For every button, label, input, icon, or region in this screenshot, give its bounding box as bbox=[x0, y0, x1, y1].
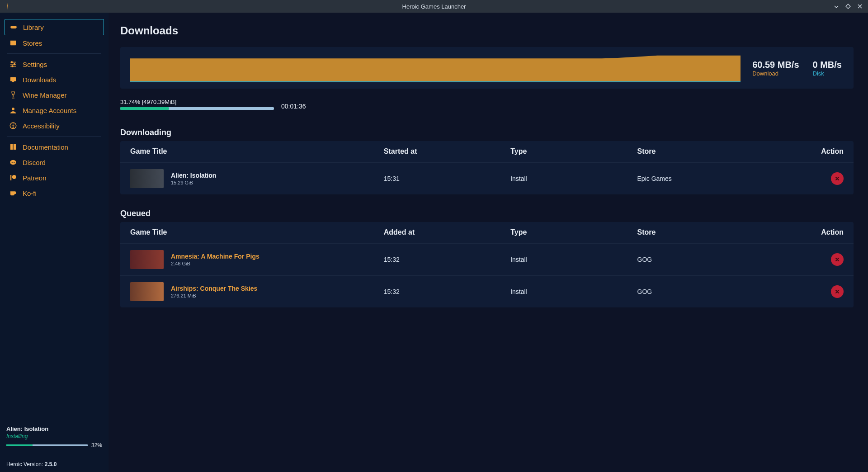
svg-point-11 bbox=[12, 108, 14, 110]
col-action: Action bbox=[789, 147, 844, 156]
col-game-title: Game Title bbox=[130, 228, 384, 236]
game-thumbnail bbox=[130, 250, 164, 269]
table-row[interactable]: Airships: Conquer The Skies276.21 MiB15:… bbox=[120, 275, 854, 307]
row-store: GOG bbox=[637, 256, 789, 263]
sidebar-item-label: Manage Accounts bbox=[23, 107, 76, 114]
svg-rect-0 bbox=[10, 26, 17, 28]
sidebar-item-manage-accounts[interactable]: Manage Accounts bbox=[5, 103, 104, 118]
store-icon bbox=[9, 39, 17, 47]
sidebar-item-settings[interactable]: Settings bbox=[5, 57, 104, 72]
row-type: Install bbox=[510, 288, 637, 295]
svg-rect-1 bbox=[10, 41, 16, 45]
table-row[interactable]: Alien: Isolation15.29 GiB15:31InstallEpi… bbox=[120, 162, 854, 194]
discord-icon bbox=[9, 158, 17, 166]
stat-disk: 0 MB/s Disk bbox=[813, 60, 842, 77]
sidebar: Library Stores Settings Downloads Wine M… bbox=[0, 13, 108, 472]
svg-point-14 bbox=[10, 160, 16, 165]
sidebar-item-label: Discord bbox=[23, 159, 46, 166]
sidebar-item-patreon[interactable]: Patreon bbox=[5, 170, 104, 185]
row-time: 15:32 bbox=[384, 256, 510, 263]
svg-point-16 bbox=[14, 162, 14, 163]
disk-speed-label: Disk bbox=[813, 70, 842, 77]
sidebar-footer: Alien: Isolation Installing 32% Heroic V… bbox=[0, 420, 108, 472]
col-store: Store bbox=[637, 228, 789, 236]
book-icon bbox=[9, 143, 17, 151]
close-icon[interactable] bbox=[857, 4, 863, 9]
sidebar-item-label: Stores bbox=[23, 39, 42, 47]
game-name: Amnesia: A Machine For Pigs bbox=[171, 253, 259, 260]
row-store: GOG bbox=[637, 288, 789, 295]
svg-point-7 bbox=[14, 64, 15, 65]
disk-speed-value: 0 MB/s bbox=[813, 60, 842, 70]
section-title-downloading: Downloading bbox=[120, 128, 854, 137]
svg-point-6 bbox=[11, 61, 13, 63]
download-speed-label: Download bbox=[752, 70, 799, 77]
wine-icon bbox=[9, 91, 17, 99]
gamepad-icon bbox=[9, 23, 18, 31]
user-icon bbox=[9, 106, 17, 114]
svg-point-15 bbox=[12, 162, 13, 163]
svg-rect-20 bbox=[130, 250, 164, 269]
footer-game-name[interactable]: Alien: Isolation bbox=[6, 425, 102, 432]
table-row[interactable]: Amnesia: A Machine For Pigs2.46 GiB15:32… bbox=[120, 243, 854, 275]
sidebar-item-accessibility[interactable]: Accessibility bbox=[5, 118, 104, 133]
progress-bar-fill bbox=[120, 107, 169, 110]
sidebar-item-library[interactable]: Library bbox=[5, 19, 104, 35]
sidebar-item-documentation[interactable]: Documentation bbox=[5, 139, 104, 155]
stat-download: 60.59 MB/s Download bbox=[752, 60, 799, 77]
app-icon bbox=[4, 2, 12, 10]
sidebar-item-discord[interactable]: Discord bbox=[5, 155, 104, 170]
titlebar: Heroic Games Launcher bbox=[0, 0, 868, 13]
svg-rect-19 bbox=[130, 169, 164, 188]
main-content: Downloads 60.59 MB/s Download 0 MB/s Dis… bbox=[108, 13, 868, 472]
sidebar-item-label: Accessibility bbox=[23, 122, 60, 130]
col-type: Type bbox=[510, 228, 637, 236]
row-action bbox=[789, 172, 844, 185]
col-started-at: Started at bbox=[384, 147, 510, 156]
svg-rect-9 bbox=[10, 77, 16, 81]
game-thumbnail bbox=[130, 282, 164, 301]
svg-rect-17 bbox=[10, 175, 11, 180]
footer-install-status: Installing bbox=[6, 433, 102, 439]
cancel-button[interactable] bbox=[831, 253, 844, 266]
progress-text: 31.74% [4970.39MiB] bbox=[120, 99, 274, 105]
game-cell: Airships: Conquer The Skies276.21 MiB bbox=[130, 282, 384, 301]
sidebar-item-downloads[interactable]: Downloads bbox=[5, 72, 104, 87]
footer-progress-percent: 32% bbox=[91, 442, 102, 448]
queued-header: Game Title Added at Type Store Action bbox=[120, 222, 854, 243]
queued-table: Game Title Added at Type Store Action Am… bbox=[120, 222, 854, 307]
game-name: Alien: Isolation bbox=[171, 172, 216, 179]
cancel-button[interactable] bbox=[831, 172, 844, 185]
cancel-button[interactable] bbox=[831, 285, 844, 298]
sidebar-item-kofi[interactable]: Ko-fi bbox=[5, 185, 104, 201]
game-size: 15.29 GiB bbox=[171, 180, 216, 185]
game-cell: Amnesia: A Machine For Pigs2.46 GiB bbox=[130, 250, 384, 269]
sidebar-item-wine-manager[interactable]: Wine Manager bbox=[5, 87, 104, 103]
svg-rect-2 bbox=[10, 41, 16, 42]
row-type: Install bbox=[510, 175, 637, 182]
game-name: Airships: Conquer The Skies bbox=[171, 285, 257, 292]
maximize-icon[interactable] bbox=[845, 4, 851, 9]
sidebar-item-label: Settings bbox=[23, 61, 47, 68]
row-time: 15:32 bbox=[384, 288, 510, 295]
col-game-title: Game Title bbox=[130, 147, 384, 156]
speed-panel: 60.59 MB/s Download 0 MB/s Disk bbox=[120, 47, 854, 89]
sliders-icon bbox=[9, 60, 17, 68]
svg-point-18 bbox=[12, 175, 16, 179]
col-added-at: Added at bbox=[384, 228, 510, 236]
downloading-table: Game Title Started at Type Store Action … bbox=[120, 141, 854, 194]
col-action: Action bbox=[789, 228, 844, 236]
sidebar-item-label: Library bbox=[23, 24, 44, 31]
download-icon bbox=[9, 76, 17, 84]
speed-stats: 60.59 MB/s Download 0 MB/s Disk bbox=[752, 54, 844, 82]
row-store: Epic Games bbox=[637, 175, 789, 182]
overall-progress: 31.74% [4970.39MiB] 00:01:36 bbox=[120, 99, 854, 110]
sidebar-item-label: Documentation bbox=[23, 143, 68, 151]
sidebar-item-label: Wine Manager bbox=[23, 91, 67, 99]
sidebar-item-stores[interactable]: Stores bbox=[5, 35, 104, 51]
game-thumbnail bbox=[130, 169, 164, 188]
svg-point-13 bbox=[13, 123, 14, 124]
game-size: 2.46 GiB bbox=[171, 261, 259, 266]
svg-point-8 bbox=[12, 66, 13, 67]
minimize-icon[interactable] bbox=[834, 4, 839, 9]
